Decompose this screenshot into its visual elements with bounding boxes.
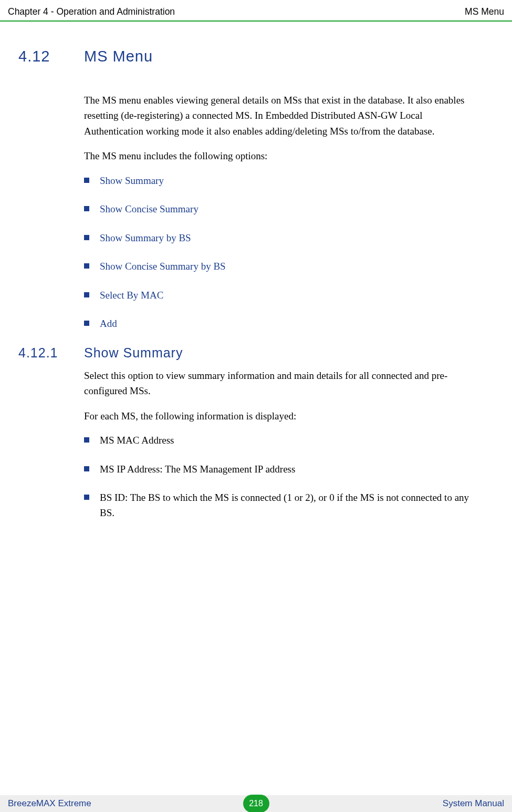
menu-option-link[interactable]: Show Summary	[84, 173, 480, 189]
footer-manual: System Manual	[443, 798, 504, 809]
menu-option-link[interactable]: Show Concise Summary	[84, 202, 480, 217]
header-chapter: Chapter 4 - Operation and Administration	[8, 6, 175, 17]
page-content: 4.12 MS Menu The MS menu enables viewing…	[0, 22, 512, 520]
menu-option-link[interactable]: Show Concise Summary by BS	[84, 259, 480, 274]
subsection-title: Show Summary	[84, 345, 183, 361]
menu-option-link[interactable]: Add	[84, 316, 480, 332]
header-section: MS Menu	[465, 6, 504, 17]
section-title: MS Menu	[84, 48, 153, 65]
info-items-list: MS MAC Address MS IP Address: The MS Man…	[84, 433, 480, 520]
menu-option-link[interactable]: Select By MAC	[84, 288, 480, 303]
section-heading: 4.12 MS Menu	[18, 48, 480, 65]
page-header: Chapter 4 - Operation and Administration…	[0, 0, 512, 22]
info-item: MS MAC Address	[84, 433, 480, 448]
intro-paragraph-2: The MS menu includes the following optio…	[84, 148, 480, 163]
menu-options-list: Show Summary Show Concise Summary Show S…	[84, 173, 480, 332]
intro-paragraph-1: The MS menu enables viewing general deta…	[84, 92, 480, 139]
info-item: MS IP Address: The MS Management IP addr…	[84, 462, 480, 477]
subsection-number: 4.12.1	[18, 345, 84, 361]
section-number: 4.12	[18, 48, 84, 65]
page-footer: BreezeMAX Extreme 218 System Manual	[0, 795, 512, 812]
page-number-badge: 218	[243, 795, 269, 812]
subsection-paragraph-1: Select this option to view summary infor…	[84, 368, 480, 399]
subsection-heading: 4.12.1 Show Summary	[18, 345, 480, 361]
info-item: BS ID: The BS to which the MS is connect…	[84, 490, 480, 520]
menu-option-link[interactable]: Show Summary by BS	[84, 231, 480, 246]
footer-product: BreezeMAX Extreme	[8, 798, 91, 809]
subsection-body: Select this option to view summary infor…	[84, 368, 480, 520]
subsection-paragraph-2: For each MS, the following information i…	[84, 408, 480, 424]
section-body: The MS menu enables viewing general deta…	[84, 92, 480, 332]
